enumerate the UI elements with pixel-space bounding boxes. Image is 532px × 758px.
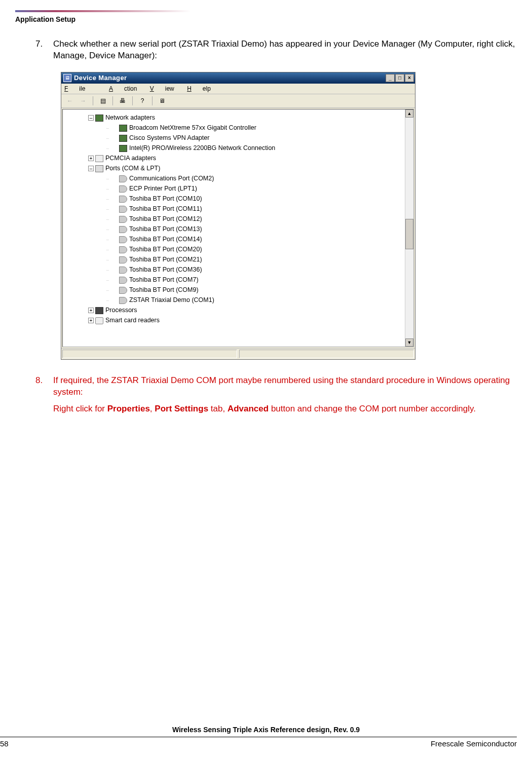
- tree-leaf[interactable]: ┈Toshiba BT Port (COM11): [106, 204, 402, 214]
- tree-node-network-adapters[interactable]: –Network adapters: [88, 112, 402, 123]
- status-cell: [239, 350, 414, 358]
- instruction-list-continued: 8. If required, the ZSTAR Triaxial Demo …: [35, 375, 517, 415]
- device-manager-window: 🖥 Device Manager _ □ × File Action View …: [61, 72, 415, 360]
- step-8-line2: Right click for Properties, Port Setting…: [53, 403, 517, 415]
- status-cell: [62, 350, 237, 358]
- status-bar: [61, 348, 415, 359]
- tree-node-processors[interactable]: +Processors: [88, 305, 402, 315]
- tree-leaf[interactable]: ┈Toshiba BT Port (COM36): [106, 264, 402, 275]
- step-8: 8. If required, the ZSTAR Triaxial Demo …: [35, 375, 517, 415]
- step-7: 7. Check whether a new serial port (ZSTA…: [35, 39, 517, 62]
- tree-node-ports[interactable]: –Ports (COM & LPT): [88, 163, 402, 173]
- step-number: 8.: [35, 375, 53, 415]
- forward-button[interactable]: →: [78, 96, 89, 106]
- device-tree: –Network adapters ┈Broadcom NetXtreme 57…: [62, 109, 414, 347]
- tree-leaf[interactable]: ┈Intel(R) PRO/Wireless 2200BG Network Co…: [106, 143, 402, 153]
- step-number: 7.: [35, 39, 53, 62]
- tree-leaf[interactable]: ┈Broadcom NetXtreme 57xx Gigabit Control…: [106, 123, 402, 133]
- tree-leaf[interactable]: ┈Toshiba BT Port (COM14): [106, 234, 402, 244]
- scroll-thumb[interactable]: [405, 219, 413, 249]
- tree-leaf[interactable]: ┈Toshiba BT Port (COM7): [106, 275, 402, 285]
- step-8-line1: If required, the ZSTAR Triaxial Demo COM…: [53, 375, 517, 398]
- section-title: Application Setup: [15, 15, 532, 23]
- tree-leaf[interactable]: ┈ECP Printer Port (LPT1): [106, 183, 402, 194]
- menu-help[interactable]: Help: [187, 85, 211, 92]
- scroll-track[interactable]: [405, 118, 413, 338]
- tree-node-smartcard[interactable]: +Smart card readers: [88, 315, 402, 325]
- menu-action[interactable]: Action: [109, 85, 137, 92]
- tree-leaf[interactable]: ┈Toshiba BT Port (COM21): [106, 254, 402, 264]
- tree-leaf[interactable]: ┈Toshiba BT Port (COM10): [106, 194, 402, 204]
- tree-leaf[interactable]: ┈Toshiba BT Port (COM12): [106, 214, 402, 224]
- help-button[interactable]: ?: [137, 96, 148, 106]
- scroll-down-button[interactable]: ▼: [405, 338, 413, 347]
- scan-button[interactable]: 🖥: [157, 96, 168, 106]
- window-titlebar[interactable]: 🖥 Device Manager _ □ ×: [61, 72, 415, 84]
- window-title: Device Manager: [74, 74, 386, 82]
- header-gradient-bar: [15, 10, 517, 12]
- footer-doc-title: Wireless Sensing Triple Axis Reference d…: [0, 726, 532, 734]
- tree-leaf[interactable]: ┈ZSTAR Triaxial Demo (COM1): [106, 295, 402, 305]
- toolbar: ← → ▤ 🖶 ? 🖥: [61, 94, 415, 108]
- menubar: File Action View Help: [61, 84, 415, 94]
- window-icon: 🖥: [63, 74, 71, 82]
- tree-leaf[interactable]: ┈Toshiba BT Port (COM20): [106, 244, 402, 254]
- tree-leaf[interactable]: ┈Toshiba BT Port (COM13): [106, 224, 402, 234]
- print-button[interactable]: 🖶: [117, 96, 128, 106]
- tree-leaf[interactable]: ┈Toshiba BT Port (COM9): [106, 285, 402, 295]
- page-number: 58: [0, 739, 9, 748]
- menu-view[interactable]: View: [150, 85, 174, 92]
- maximize-button[interactable]: □: [395, 74, 404, 82]
- footer-company: Freescale Semiconductor: [431, 739, 517, 748]
- tree-node-pcmcia[interactable]: +PCMCIA adapters: [88, 153, 402, 163]
- scroll-up-button[interactable]: ▲: [405, 109, 413, 118]
- menu-file[interactable]: File: [64, 85, 96, 92]
- instruction-list: 7. Check whether a new serial port (ZSTA…: [35, 39, 517, 62]
- tree-leaf[interactable]: ┈Communications Port (COM2): [106, 173, 402, 183]
- properties-button[interactable]: ▤: [97, 96, 108, 106]
- page-footer: Wireless Sensing Triple Axis Reference d…: [0, 726, 532, 748]
- minimize-button[interactable]: _: [386, 74, 395, 82]
- back-button[interactable]: ←: [64, 96, 75, 106]
- step-text: If required, the ZSTAR Triaxial Demo COM…: [53, 375, 517, 415]
- step-text: Check whether a new serial port (ZSTAR T…: [53, 39, 517, 62]
- vertical-scrollbar[interactable]: ▲ ▼: [405, 109, 413, 347]
- close-button[interactable]: ×: [405, 74, 414, 82]
- tree-leaf[interactable]: ┈Cisco Systems VPN Adapter: [106, 133, 402, 143]
